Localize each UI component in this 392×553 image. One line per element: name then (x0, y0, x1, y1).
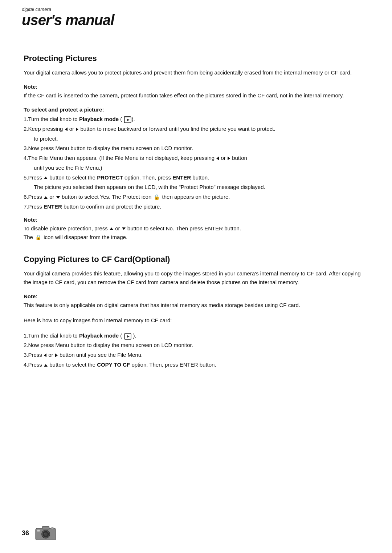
section1-note: Note: If the CF card is inserted to the … (24, 84, 368, 100)
section2-note-label: Note: (24, 293, 368, 299)
section1-subsection-title: To select and protect a picture: (24, 106, 368, 113)
step-5b: until you see the File Menu.) (24, 164, 368, 173)
section1-intro: Your digital camera allows you to protec… (24, 68, 368, 77)
arrow-up-icon-1 (44, 177, 48, 179)
arrow-down-icon-1 (56, 196, 60, 199)
bold-playback-mode-1: Playback mode (79, 116, 119, 122)
section1-note-text: If the CF card is inserted to the camera… (24, 91, 368, 100)
arrow-right-icon-1 (76, 128, 78, 131)
arrow-down-icon-2 (122, 227, 126, 230)
arrow-up-icon-3 (110, 227, 113, 230)
section2-note-text: This feature is only applicable on digit… (24, 301, 368, 310)
step-5: 4.The File Menu then appears. (If the Fi… (24, 154, 368, 163)
section2-note: Note: This feature is only applicable on… (24, 293, 368, 310)
section2-title: Copying Pictures to CF Card(Optional) (24, 255, 368, 264)
section1-title: Protecting Pictures (24, 54, 368, 63)
section2-step-3: 3.Press or button until you see the File… (24, 351, 368, 360)
step-8: 7.Press ENTER button to confirm and prot… (24, 202, 368, 211)
step-6: 5.Press button to select the PROTECT opt… (24, 173, 368, 182)
protect-label: PROTECT (97, 174, 123, 181)
section2-steps: 1.Turn the dial knob to Playback mode ( … (24, 331, 368, 370)
svg-rect-5 (42, 526, 49, 529)
lock-icon-1: 🔒 (154, 193, 160, 201)
copy-to-cf-label: COPY TO CF (97, 362, 130, 368)
arrow-left-icon-2 (216, 157, 219, 160)
svg-point-11 (51, 527, 53, 529)
page-header: digital camera user's manual (0, 0, 392, 32)
arrow-left-icon-1 (65, 128, 68, 131)
section2-steps-intro: Here is how to copy images from internal… (24, 316, 368, 325)
section1-steps: 1.Turn the dial knob to Playback mode ( … (24, 115, 368, 211)
page-number: 36 (22, 529, 29, 537)
step-6b: The picture you selected then appears on… (24, 183, 368, 192)
page-footer: 36 (22, 524, 57, 542)
enter-label-1: ENTER (172, 174, 191, 181)
arrow-up-icon-4 (44, 364, 48, 367)
svg-marker-1 (127, 118, 130, 121)
lock-icon-2: 🔒 (35, 233, 41, 241)
step-1: 1.Turn the dial knob to Playback mode ( … (24, 115, 368, 124)
playback-mode-icon-1 (124, 116, 131, 123)
camera-icon (34, 524, 57, 542)
bold-playback-mode-2: Playback mode (79, 332, 119, 339)
arrow-left-icon-3 (44, 354, 46, 357)
brand-large: user's manual (22, 12, 370, 28)
section2-step-2: 2.Now press Menu button to display the m… (24, 341, 368, 350)
brand-small: digital camera (22, 7, 370, 12)
arrow-up-icon-2 (44, 196, 48, 199)
section1-note2-line2: The 🔒 icon will disappear from the image… (24, 233, 368, 242)
section2-step-1: 1.Turn the dial knob to Playback mode ( … (24, 331, 368, 340)
arrow-right-icon-2 (228, 157, 230, 160)
section1-note2-line1: To disable picture protection, press or … (24, 224, 368, 233)
svg-point-9 (44, 533, 45, 534)
section1-note-label: Note: (24, 84, 368, 90)
step-3: to protect. (24, 134, 368, 144)
playback-mode-icon-2 (124, 333, 131, 339)
section2-step-4: 4.Press button to select the COPY TO CF … (24, 360, 368, 370)
arrow-right-icon-3 (55, 354, 58, 357)
svg-marker-3 (127, 335, 130, 338)
section2-intro: Your digital camera provides this featur… (24, 269, 368, 287)
step-2: 2.Keep pressing or button to move backwa… (24, 125, 368, 134)
svg-rect-10 (37, 529, 40, 532)
section1-note2: Note: To disable picture protection, pre… (24, 217, 368, 242)
step-4: 3.Now press Menu button to display the m… (24, 144, 368, 153)
page-content: Protecting Pictures Your digital camera … (0, 32, 392, 385)
step-7: 6.Press or button to select Yes. The Pro… (24, 193, 368, 202)
enter-label-2: ENTER (44, 203, 62, 210)
section1-note2-label: Note: (24, 217, 368, 223)
